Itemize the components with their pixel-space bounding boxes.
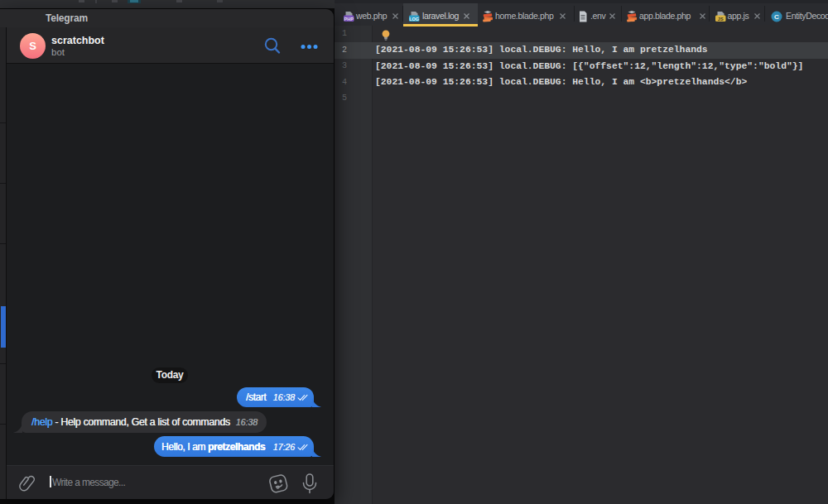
svg-text:PHP: PHP <box>344 17 354 22</box>
svg-text:C: C <box>774 13 779 21</box>
svg-text:LOG: LOG <box>409 17 419 22</box>
svg-text:JS: JS <box>718 17 724 22</box>
